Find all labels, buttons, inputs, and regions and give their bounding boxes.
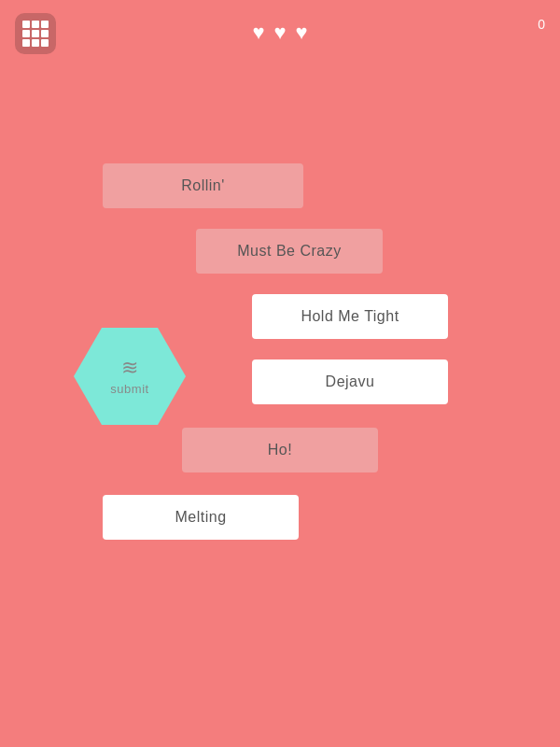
heart-3: ♥ (296, 22, 308, 43)
grid-icon (22, 21, 49, 47)
tile-ho[interactable]: Ho! (182, 428, 378, 472)
lives-display: ♥ ♥ ♥ (252, 22, 307, 43)
heart-2: ♥ (273, 22, 286, 43)
top-bar: ♥ ♥ ♥ 0 (0, 0, 560, 65)
score-display: 0 (538, 17, 545, 32)
tile-dejavu[interactable]: Dejavu (252, 359, 448, 404)
hex-content: ≋ submit (110, 358, 148, 396)
tile-must-be-crazy[interactable]: Must Be Crazy (196, 229, 383, 274)
submit-icon: ≋ (121, 358, 138, 378)
tile-melting[interactable]: Melting (103, 495, 299, 540)
tile-hold-me-tight[interactable]: Hold Me Tight (252, 294, 448, 339)
submit-hex-container: ≋ submit (69, 306, 190, 446)
menu-button[interactable] (15, 13, 56, 54)
submit-button[interactable]: ≋ submit (74, 328, 186, 425)
tile-rollin[interactable]: Rollin' (103, 163, 303, 208)
heart-1: ♥ (252, 22, 264, 43)
submit-label: submit (110, 382, 148, 396)
